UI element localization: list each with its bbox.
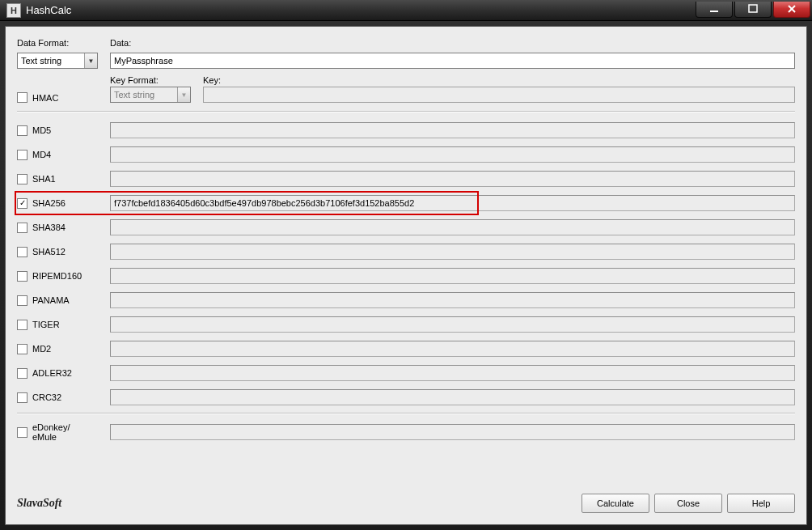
maximize-button[interactable] bbox=[734, 2, 772, 18]
key-format-value: Text string bbox=[111, 90, 177, 100]
svg-rect-0 bbox=[710, 11, 718, 12]
minimize-icon bbox=[709, 4, 719, 14]
hmac-label: HMAC bbox=[32, 93, 58, 103]
hash-value-adler32 bbox=[110, 365, 795, 381]
close-button[interactable]: Close bbox=[654, 494, 722, 513]
close-icon bbox=[787, 4, 797, 14]
maximize-icon bbox=[748, 4, 758, 14]
key-input bbox=[203, 87, 795, 103]
hmac-checkbox[interactable] bbox=[17, 92, 27, 103]
hash-label: MD4 bbox=[32, 150, 51, 159]
edonkey-checkbox[interactable] bbox=[17, 427, 27, 438]
hash-label: TIGER bbox=[32, 320, 60, 329]
hash-row: RIPEMD160 bbox=[17, 264, 795, 288]
data-label: Data: bbox=[110, 38, 795, 48]
data-format-label: Data Format: bbox=[17, 38, 110, 48]
hash-row: SHA384 bbox=[17, 215, 795, 240]
hash-label: SHA512 bbox=[32, 247, 66, 257]
hash-row: TIGER bbox=[17, 312, 795, 337]
hash-checkbox-md5[interactable] bbox=[17, 125, 27, 136]
svg-rect-1 bbox=[749, 5, 757, 12]
hash-label: CRC32 bbox=[32, 392, 61, 402]
key-format-label: Key Format: bbox=[110, 75, 203, 85]
hash-row: ✓SHA256f737fcbefd1836405d60c3bdf5e497db9… bbox=[17, 191, 795, 215]
hash-checkbox-sha1[interactable] bbox=[17, 174, 27, 184]
hash-checkbox-crc32[interactable] bbox=[17, 392, 27, 403]
hash-value-sha1 bbox=[110, 171, 795, 187]
data-format-value: Text string bbox=[18, 56, 84, 66]
hash-row: MD4 bbox=[17, 142, 795, 167]
key-label: Key: bbox=[203, 75, 795, 85]
hash-row: SHA1 bbox=[17, 167, 795, 191]
client-area: Data Format: Data: Text string ▼ MyPassp… bbox=[5, 26, 807, 525]
hash-checkbox-sha512[interactable] bbox=[17, 247, 27, 257]
hash-value-sha512 bbox=[110, 244, 795, 260]
hash-row: MD2 bbox=[17, 337, 795, 361]
hash-label: MD5 bbox=[32, 125, 51, 135]
hash-label: SHA384 bbox=[32, 223, 66, 232]
minimize-button[interactable] bbox=[696, 2, 733, 18]
hash-checkbox-sha256[interactable]: ✓ bbox=[17, 198, 27, 209]
data-format-combo[interactable]: Text string ▼ bbox=[17, 53, 98, 69]
edonkey-value bbox=[110, 424, 795, 440]
hash-row: ADLER32 bbox=[17, 361, 795, 385]
hash-checkbox-md4[interactable] bbox=[17, 150, 27, 160]
hash-label: SHA1 bbox=[32, 174, 56, 184]
key-format-combo: Text string ▼ bbox=[110, 87, 191, 103]
calculate-button[interactable]: Calculate bbox=[582, 494, 649, 513]
chevron-down-icon: ▼ bbox=[177, 87, 190, 102]
hash-value-md4 bbox=[110, 146, 795, 163]
hash-checkbox-panama[interactable] bbox=[17, 295, 27, 306]
hash-checkbox-adler32[interactable] bbox=[17, 368, 27, 379]
edonkey-label: eDonkey/ eMule bbox=[32, 422, 70, 442]
hash-row: MD5 bbox=[17, 118, 795, 142]
hash-checkbox-md2[interactable] bbox=[17, 344, 27, 354]
titlebar: H HashCalc bbox=[0, 0, 812, 21]
hash-label: SHA256 bbox=[32, 198, 66, 208]
separator bbox=[17, 413, 795, 413]
hash-checkbox-sha384[interactable] bbox=[17, 223, 27, 233]
hash-value-sha256: f737fcbefd1836405d60c3bdf5e497db978bebc2… bbox=[110, 195, 795, 211]
help-button[interactable]: Help bbox=[727, 494, 795, 513]
hash-value-panama bbox=[110, 292, 795, 308]
hash-label: RIPEMD160 bbox=[32, 271, 82, 281]
hash-checkbox-tiger[interactable] bbox=[17, 320, 27, 330]
window-title: HashCalc bbox=[26, 4, 694, 16]
hash-label: PANAMA bbox=[32, 295, 70, 305]
data-input[interactable]: MyPassphrase bbox=[110, 53, 795, 69]
hash-label: MD2 bbox=[32, 344, 51, 354]
hash-value-md2 bbox=[110, 341, 795, 357]
hash-row: PANAMA bbox=[17, 288, 795, 312]
hash-list: MD5MD4SHA1✓SHA256f737fcbefd1836405d60c3b… bbox=[17, 118, 795, 409]
chevron-down-icon: ▼ bbox=[84, 53, 97, 68]
hash-checkbox-ripemd160[interactable] bbox=[17, 271, 27, 282]
hash-value-tiger bbox=[110, 316, 795, 333]
hash-row: CRC32 bbox=[17, 385, 795, 409]
hash-label: ADLER32 bbox=[32, 368, 72, 378]
hash-row: SHA512 bbox=[17, 240, 795, 264]
hash-value-ripemd160 bbox=[110, 268, 795, 284]
hash-value-crc32 bbox=[110, 389, 795, 405]
hash-value-md5 bbox=[110, 122, 795, 138]
app-icon: H bbox=[6, 3, 21, 18]
close-window-button[interactable] bbox=[773, 2, 810, 18]
hash-value-sha384 bbox=[110, 219, 795, 235]
brand-label: SlavaSoft bbox=[17, 497, 61, 510]
